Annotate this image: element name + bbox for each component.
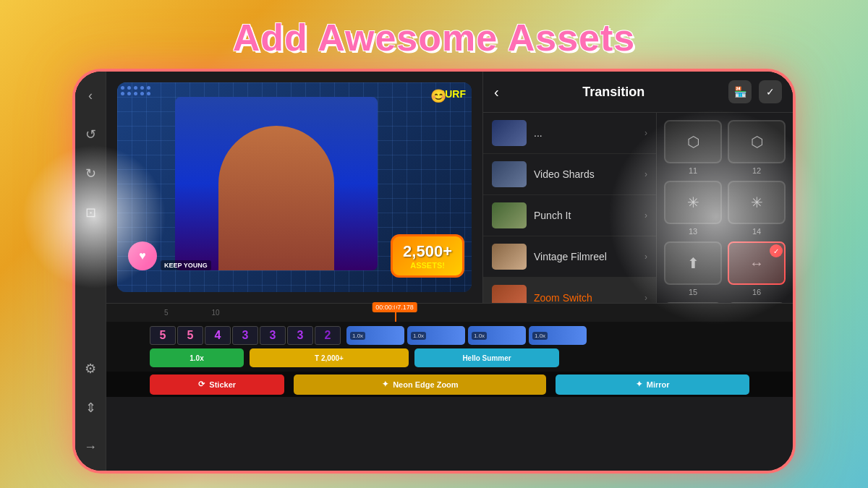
sidebar-settings-icon[interactable]: ⚙ (77, 356, 103, 382)
clip-zoom-badge: 1.0x (411, 332, 426, 340)
sidebar-adjust-icon[interactable]: ⇕ (77, 395, 103, 421)
list-item-video-shards[interactable]: Video Shards › (483, 154, 656, 195)
film-num: 3 (232, 326, 258, 345)
sidebar-frame-icon[interactable]: ⊡ (77, 200, 103, 226)
neon-label: Neon Edge Zoom (393, 380, 458, 389)
grid-num-12: 12 (752, 166, 761, 175)
dot (127, 86, 131, 90)
grid-thumb-icon: ✳ (687, 194, 699, 211)
transition-name-video-shards: Video Shards (534, 168, 637, 180)
transition-name-zoom-switch: Zoom Switch (534, 292, 637, 303)
transition-thumb (492, 285, 527, 303)
transition-list: ... › Video Shards › (483, 113, 657, 303)
dot (127, 92, 131, 95)
sticker-label: Sticker (209, 380, 236, 389)
transition-list-area: ... › Video Shards › (483, 113, 793, 303)
clip-zoom-badge: 1.0x (350, 332, 365, 340)
grid-item-14[interactable]: ✳ 14 (728, 181, 786, 236)
grid-item-13[interactable]: ✳ 13 (664, 181, 722, 236)
dot (147, 92, 150, 95)
sidebar-redo-icon[interactable]: ↻ (77, 160, 103, 187)
video-clip[interactable]: 1.0x (468, 326, 526, 345)
grid-thumb-18: ↔ (728, 302, 786, 303)
grid-item-15[interactable]: ⬆ 15 (664, 241, 722, 296)
dot (134, 86, 137, 90)
grid-thumb-14: ✳ (728, 181, 786, 224)
audio-clip[interactable]: Hello Summer (414, 348, 559, 367)
person-silhouette (218, 126, 334, 270)
grid-thumb-17: ⬇ (664, 302, 722, 303)
grid-num-15: 15 (689, 288, 697, 296)
transition-name: ... (534, 127, 637, 139)
chevron-right-icon: › (644, 169, 647, 179)
sticker-icon: ⟳ (198, 380, 205, 389)
transition-panel: ‹ Transition 🏪 ✓ (482, 72, 793, 303)
panel-icons: 🏪 ✓ (728, 80, 782, 103)
preview-inner: SURF 😊 ♥ KEEP YOUNG 2,500+ ASSETS! (117, 82, 472, 292)
video-clip[interactable]: 1.0x (529, 326, 587, 345)
video-clip[interactable]: 1.0x (346, 326, 404, 345)
transition-name-vintage: Vintage Filmreel (534, 251, 637, 262)
neon-icon: ✦ (382, 380, 388, 389)
list-item-vintage[interactable]: Vintage Filmreel › (483, 236, 656, 278)
film-num: 4 (205, 326, 231, 345)
grid-thumb-icon: ⬆ (687, 254, 699, 272)
dot (121, 92, 124, 95)
grid-num-11: 11 (689, 166, 697, 175)
timeline-cursor[interactable] (395, 304, 396, 322)
grid-num-13: 13 (689, 227, 697, 236)
sidebar-back-icon[interactable]: ‹ (77, 82, 103, 108)
grid-thumb-16: ↔ ✓ (728, 241, 786, 285)
grid-thumb-icon: ✳ (751, 194, 763, 211)
dot (147, 86, 150, 90)
grid-item-17[interactable]: ⬇ 17 (664, 302, 722, 303)
mirror-clip[interactable]: ✦ Mirror (556, 374, 749, 395)
panel-back-button[interactable]: ‹ (494, 84, 499, 100)
sticker-clip[interactable]: ⟳ Sticker (150, 374, 284, 395)
list-item-zoom-switch[interactable]: Zoom Switch › (483, 278, 656, 303)
chevron-right-icon: › (644, 128, 647, 138)
grid-item-12[interactable]: ⬡ 12 (728, 120, 786, 175)
dot (134, 92, 137, 95)
grid-num-16: 16 (752, 288, 761, 296)
timeline-time-row: 5 00:00:07.178 10 (106, 304, 793, 322)
audio-clip-label: Hello Summer (462, 354, 511, 362)
grid-thumb-icon: ↔ (749, 255, 764, 272)
main-area: SURF 😊 ♥ KEEP YOUNG 2,500+ ASSETS! (106, 72, 793, 471)
clip-zoom-badge: 1.0x (472, 332, 487, 340)
transition-thumb (492, 244, 527, 270)
sidebar-undo-icon[interactable]: ↺ (77, 121, 103, 147)
clips-row: 1.0x T 2,000+ Hello Summer (150, 348, 749, 368)
grid-item-16[interactable]: ↔ ✓ 16 (728, 241, 786, 296)
neon-clip[interactable]: ✦ Neon Edge Zoom (294, 374, 546, 395)
time-mark-5: 5 (164, 309, 169, 317)
time-mark-10: 10 (212, 309, 220, 317)
grid-thumb-15: ⬆ (664, 241, 722, 285)
transition-thumb (492, 202, 527, 228)
film-num: 5 (150, 326, 176, 345)
deco-dots (121, 86, 151, 95)
text-clip[interactable]: T 2,000+ (250, 348, 409, 367)
check-button[interactable]: ✓ (759, 80, 782, 103)
chevron-right-icon: › (644, 293, 647, 303)
film-num: 2 (315, 326, 341, 345)
grid-thumb-13: ✳ (664, 181, 722, 224)
person-area (175, 97, 378, 270)
video-clip[interactable]: 1.0x (407, 326, 465, 345)
sidebar-export-icon[interactable]: → (77, 434, 103, 460)
mirror-label: Mirror (647, 380, 670, 389)
green-clip[interactable]: 1.0x (150, 348, 244, 367)
selected-check: ✓ (770, 244, 783, 257)
smiley-icon: 😊 (430, 88, 446, 104)
grid-item-18[interactable]: ↔ 18 00:00:17.651 (728, 302, 786, 303)
list-item-punch[interactable]: Punch It › (483, 195, 656, 236)
store-button[interactable]: 🏪 (728, 80, 752, 103)
film-num: 5 (177, 326, 203, 345)
chevron-right-icon: › (644, 210, 647, 221)
list-item[interactable]: ... › (483, 113, 656, 154)
transition-thumb (492, 120, 527, 146)
grid-item-11[interactable]: ⬡ 11 (664, 120, 722, 175)
tracks-container: 5 5 4 3 3 3 2 1.0x 1.0x (106, 322, 793, 372)
panel-header: ‹ Transition 🏪 ✓ (483, 72, 793, 113)
film-num: 3 (287, 326, 313, 345)
